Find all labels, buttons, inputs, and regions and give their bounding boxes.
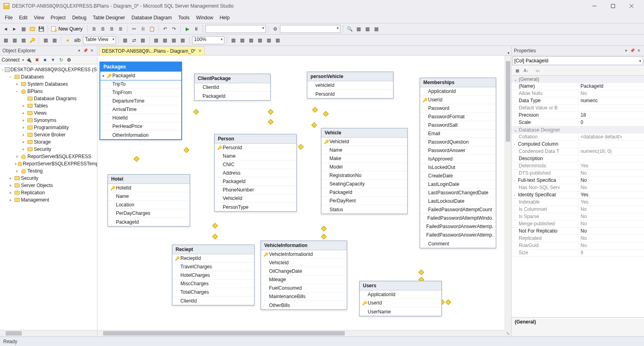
tb2-1[interactable]: ▦ <box>2 36 10 44</box>
play-icon[interactable]: ▶ <box>183 25 191 33</box>
table-column[interactable]: LastLoginDate <box>420 180 496 189</box>
minimize-button[interactable] <box>585 0 604 12</box>
database-combo[interactable] <box>205 25 266 33</box>
property-value[interactable]: No <box>578 206 644 213</box>
undo-icon[interactable]: ↶ <box>161 25 169 33</box>
tb-misc-2[interactable]: ▦ <box>363 25 371 33</box>
table-users[interactable]: UsersApplicationId🔑UserIdUserName <box>359 281 442 316</box>
property-row[interactable]: Collation<database default> <box>511 134 644 141</box>
tree-node[interactable]: +Tables <box>0 102 97 109</box>
property-value[interactable]: No <box>578 220 644 227</box>
table-column[interactable]: Name <box>108 192 190 201</box>
diagram-tab[interactable]: DESKTOP-AN8S8Q9\...Plans - Diagram_0* ✕ <box>99 46 205 55</box>
tree-node[interactable]: +Service Broker <box>0 131 97 138</box>
property-value[interactable]: 18 <box>578 112 644 119</box>
property-row[interactable]: DeterministicYes <box>511 163 644 170</box>
tb2-8[interactable]: ▦ <box>139 36 147 44</box>
table-column[interactable]: CNIC <box>215 161 296 169</box>
close-panel-icon[interactable]: ✕ <box>89 48 95 54</box>
property-group[interactable]: ⌄Database Designer <box>511 126 644 134</box>
menu-database-diagram[interactable]: Database Diagram <box>128 13 175 22</box>
object-explorer-tree[interactable]: − DESKTOP-AN8S8Q9\SQLEXPRESS (SQL −Datab… <box>0 64 97 330</box>
property-row[interactable]: ›Computed Column <box>511 141 644 148</box>
stop-icon[interactable]: ■ <box>42 57 48 63</box>
tree-node[interactable]: +ReportServer$SQLEXPRESSTemp <box>0 160 97 167</box>
tree-node[interactable]: +Server Objects <box>0 182 97 189</box>
property-value[interactable]: <database default> <box>578 134 644 140</box>
table-column[interactable]: PerDayCharges <box>108 209 190 218</box>
find-icon[interactable]: 🔍 <box>346 25 354 33</box>
table-column[interactable]: Address <box>215 169 296 177</box>
property-group[interactable]: ⌄(General) <box>511 76 644 83</box>
tree-node[interactable]: +Security <box>0 146 97 153</box>
forward-button[interactable]: ► <box>10 25 19 33</box>
table-header[interactable]: Memberships <box>420 78 496 87</box>
tb2-12[interactable]: ▦ <box>179 36 187 44</box>
save-button[interactable]: 💾 <box>37 25 45 33</box>
property-value[interactable]: 0 <box>578 119 644 126</box>
properties-object-selector[interactable]: [Col] PackageId <box>512 56 643 65</box>
table-header[interactable]: Hotel <box>108 175 190 184</box>
table-column[interactable]: FuelConsumed <box>261 284 347 292</box>
property-value[interactable]: PackageId <box>578 83 644 90</box>
tab-dropdown-icon[interactable]: ▾ <box>507 51 509 55</box>
property-row[interactable]: IndexableYes <box>511 199 644 206</box>
tb2-10[interactable]: ▦ <box>161 36 169 44</box>
table-column[interactable]: MaintenanceBills <box>261 292 347 301</box>
disconnect-icon[interactable]: ✖ <box>34 57 40 63</box>
table-column[interactable]: IsApproved <box>420 155 496 163</box>
tb-icon-2[interactable]: 🗎 <box>99 25 107 33</box>
tb2-18[interactable]: ▦ <box>274 36 282 44</box>
table-column[interactable]: FailedPasswordAttemptCount <box>420 206 496 214</box>
property-value[interactable] <box>578 155 644 162</box>
property-value[interactable]: 9 <box>578 249 644 256</box>
property-value[interactable]: No <box>578 213 644 220</box>
table-vehicleinformation[interactable]: VehicleInformation🔑VehicleInformationIdV… <box>261 241 347 310</box>
menu-tools[interactable]: Tools <box>175 13 193 22</box>
property-row[interactable]: Scale0 <box>511 119 644 126</box>
table-column[interactable]: VehicleId <box>261 259 347 267</box>
property-row[interactable]: Default Value or B <box>511 105 644 112</box>
tb-icon-3[interactable]: 🗎 <box>108 25 116 33</box>
table-column[interactable]: PerHeadPrice <box>100 122 181 131</box>
menu-edit[interactable]: Edit <box>16 13 31 22</box>
table-column[interactable]: Email <box>420 130 496 138</box>
redo-icon[interactable]: ↷ <box>170 25 178 33</box>
tb2-16[interactable]: ▦ <box>256 36 264 44</box>
table-column[interactable]: PhoneNumber <box>215 186 296 194</box>
property-row[interactable]: Is ColumnsetNo <box>511 206 644 213</box>
property-row[interactable]: Has Non-SQL ServNo <box>511 184 644 192</box>
tb-misc-1[interactable]: ▦ <box>354 25 362 33</box>
property-value[interactable]: Yes <box>578 192 644 198</box>
table-column[interactable]: PersonId <box>307 90 393 98</box>
table-column[interactable]: 🔑PersonId <box>215 144 296 152</box>
table-reciept[interactable]: Reciept🔑RecieptIdTravelChargesHotelCharg… <box>172 245 255 305</box>
tb2-5[interactable]: ▦ <box>41 36 50 44</box>
property-row[interactable]: RowGuidNo <box>511 242 644 249</box>
table-column[interactable]: Location <box>108 201 190 209</box>
menu-table-designer[interactable]: Table Designer <box>90 13 128 22</box>
alphabetical-icon[interactable]: A↓ <box>522 67 530 75</box>
props-close-icon[interactable]: ✕ <box>636 48 642 54</box>
table-column[interactable]: HotelId <box>100 114 181 122</box>
canvas-vscroll[interactable] <box>505 56 511 330</box>
table-column[interactable]: PersonType <box>215 203 296 211</box>
property-row[interactable]: Is SparseNo <box>511 213 644 220</box>
table-header[interactable]: Person <box>215 134 296 144</box>
tb2-2[interactable]: ▦ <box>10 36 19 44</box>
table-column[interactable]: PasswordFormat <box>420 113 496 121</box>
table-column[interactable]: TotalCharges <box>172 288 254 297</box>
tree-node[interactable]: +Programmability <box>0 124 97 131</box>
property-value[interactable]: No <box>578 170 644 177</box>
table-column[interactable]: MiscCharges <box>172 280 254 288</box>
property-pages-icon[interactable]: ▭ <box>533 67 541 75</box>
highlight-icon[interactable]: ● <box>64 36 72 44</box>
table-column[interactable]: PackageId <box>321 188 407 197</box>
pin-icon[interactable]: 📌 <box>83 48 88 54</box>
table-header[interactable]: Vehicle <box>321 128 407 138</box>
oe-hscroll[interactable] <box>0 330 97 336</box>
tree-node[interactable]: +Synonyms <box>0 117 97 124</box>
table-column[interactable]: Model <box>321 163 407 171</box>
property-row[interactable]: ›Full-text SpecificaNo <box>511 177 644 184</box>
table-header[interactable]: personVehicle <box>307 72 393 81</box>
